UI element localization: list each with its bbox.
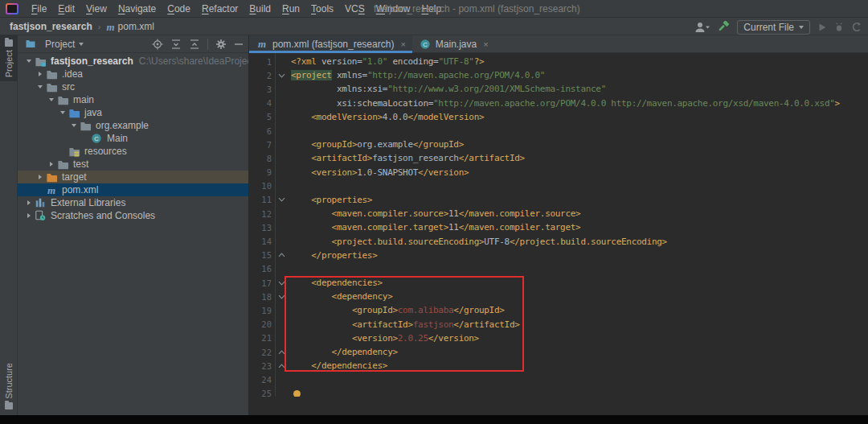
line-number: 18: [249, 292, 272, 302]
coverage-button[interactable]: [851, 22, 862, 32]
menu-edit[interactable]: Edit: [52, 0, 80, 18]
code-line-5[interactable]: 5 <modelVersion>4.0.0</modelVersion>: [249, 110, 868, 124]
menu-code[interactable]: Code: [162, 0, 196, 18]
chevron-down-icon[interactable]: [47, 98, 56, 101]
tree-item-java[interactable]: java: [18, 106, 248, 119]
line-number: 17: [249, 278, 272, 288]
editor-tab-main-java[interactable]: CMain.java×: [412, 35, 495, 52]
code-line-3[interactable]: 3 xmlns:xsi="http://www.w3.org/2001/XMLS…: [249, 82, 868, 96]
tree-item-idea[interactable]: .idea: [18, 68, 248, 80]
tree-item-resources[interactable]: resources: [18, 145, 248, 158]
tree-item-pom-xml[interactable]: mpom.xml: [18, 183, 248, 196]
project-panel-title[interactable]: Project: [45, 39, 75, 50]
tree-item-label: resources: [84, 146, 127, 157]
chevron-down-icon[interactable]: [58, 111, 68, 114]
chevron-right-icon[interactable]: [24, 213, 34, 218]
chevron-right-icon[interactable]: [47, 162, 56, 167]
tree-item-src[interactable]: src: [18, 80, 248, 93]
tree-item-org-example[interactable]: org.example: [18, 119, 248, 132]
tree-item-label: main: [73, 94, 94, 105]
menu-run[interactable]: Run: [276, 0, 305, 18]
toolbar-right: Current File: [694, 19, 862, 35]
hide-panel-button[interactable]: [234, 39, 244, 49]
menu-navigate[interactable]: Navigate: [113, 0, 162, 18]
code-line-18[interactable]: 18 <dependency>: [249, 290, 868, 303]
code-line-8[interactable]: 8 <artifactId>fastjson_research</artifac…: [249, 151, 868, 165]
code-line-19[interactable]: 19 <groupId>com.alibaba</groupId>: [249, 303, 868, 317]
breadcrumb-project[interactable]: fastjson_research: [10, 21, 92, 32]
menu-refactor[interactable]: Refactor: [196, 0, 244, 18]
run-button[interactable]: [817, 23, 827, 32]
breadcrumb-file[interactable]: pom.xml: [118, 21, 154, 32]
code-line-11[interactable]: 11 <properties>: [249, 193, 868, 207]
debug-button[interactable]: [834, 23, 844, 32]
tree-item-fastjson-research[interactable]: fastjson_researchC:\Users\share\IdeaProj…: [18, 55, 248, 68]
tree-item-label: Scratches and Consoles: [51, 210, 155, 221]
run-configuration-select[interactable]: Current File: [737, 20, 810, 35]
menu-build[interactable]: Build: [244, 0, 276, 18]
line-number: 19: [249, 306, 272, 315]
chevron-down-icon[interactable]: [24, 60, 34, 63]
menu-vcs[interactable]: VCS: [339, 0, 371, 18]
code-line-4[interactable]: 4 xsi:schemaLocation="http://maven.apach…: [249, 97, 868, 110]
code-line-1[interactable]: 1<?xml version="1.0" encoding="UTF-8"?>: [249, 55, 868, 68]
intention-lightbulb-icon[interactable]: [293, 390, 301, 397]
tree-item-main[interactable]: CMain: [18, 132, 248, 145]
code-line-10[interactable]: 10: [249, 179, 868, 193]
settings-gear-icon[interactable]: [215, 39, 227, 50]
folder-target-icon: [45, 171, 58, 183]
code-line-23[interactable]: 23 </dependencies>: [249, 359, 868, 373]
project-panel-header: Project: [18, 35, 248, 53]
line-number: 15: [249, 250, 272, 260]
chevron-down-icon[interactable]: [35, 85, 45, 89]
code-text: <version>1.0-SNAPSHOT</version>: [291, 167, 469, 178]
code-line-15[interactable]: 15 </properties>: [249, 249, 868, 262]
chevron-down-icon[interactable]: [79, 43, 84, 46]
code-line-6[interactable]: 6: [249, 124, 868, 138]
code-line-16[interactable]: 16: [249, 262, 868, 276]
editor-tab-pom-xml-fastjson-research[interactable]: mpom.xml (fastjson_research)×: [249, 35, 412, 52]
chevron-right-icon[interactable]: [35, 175, 45, 179]
code-line-17[interactable]: 17 <dependencies>: [249, 276, 868, 290]
code-line-25[interactable]: 25: [249, 387, 868, 397]
menu-tools[interactable]: Tools: [305, 0, 339, 18]
tree-item-external-libraries[interactable]: External Libraries: [18, 196, 248, 209]
code-line-12[interactable]: 12 <maven.compiler.source>11</maven.comp…: [249, 207, 868, 220]
close-tab-icon[interactable]: ×: [400, 39, 405, 49]
tree-item-main[interactable]: main: [18, 93, 248, 106]
structure-tool-label: Structure: [4, 363, 14, 399]
close-tab-icon[interactable]: ×: [483, 39, 488, 49]
tree-item-scratches-and-consoles[interactable]: Scratches and Consoles: [18, 209, 248, 222]
user-account-icon[interactable]: [694, 22, 710, 33]
chevron-down-icon: [799, 26, 804, 29]
collapse-all-button[interactable]: [189, 39, 200, 50]
editor-tab-bar: mpom.xml (fastjson_research)×CMain.java×: [249, 35, 868, 53]
code-line-21[interactable]: 21 <version>2.0.25</version>: [249, 331, 868, 345]
chevron-down-icon[interactable]: [69, 124, 79, 127]
menu-file[interactable]: File: [26, 0, 52, 18]
menu-view[interactable]: View: [80, 0, 113, 18]
locate-file-button[interactable]: [152, 39, 163, 50]
code-line-2[interactable]: 2<project xmlns="http://maven.apache.org…: [249, 68, 868, 82]
maven-icon: m: [106, 22, 114, 32]
code-line-24[interactable]: 24: [249, 373, 868, 386]
tree-item-label: Main: [107, 133, 128, 144]
tree-item-target[interactable]: target: [18, 171, 248, 183]
code-line-9[interactable]: 9 <version>1.0-SNAPSHOT</version>: [249, 166, 868, 179]
code-editor[interactable]: 1<?xml version="1.0" encoding="UTF-8"?>2…: [249, 53, 868, 397]
code-line-7[interactable]: 7 <groupId>org.example</groupId>: [249, 138, 868, 151]
line-number: 14: [249, 237, 272, 246]
code-line-22[interactable]: 22 </dependency>: [249, 345, 868, 359]
chevron-right-icon[interactable]: [35, 72, 45, 76]
build-hammer-icon[interactable]: [718, 21, 730, 33]
chevron-right-icon[interactable]: [24, 200, 34, 205]
code-line-13[interactable]: 13 <maven.compiler.target>11</maven.comp…: [249, 220, 868, 234]
code-line-20[interactable]: 20 <artifactId>fastjson</artifactId>: [249, 318, 868, 331]
expand-all-button[interactable]: [170, 39, 182, 50]
tool-window-structure-tab[interactable]: Structure: [0, 359, 18, 414]
project-tool-icon: [5, 39, 13, 47]
code-line-14[interactable]: 14 <project.build.sourceEncoding>UTF-8</…: [249, 234, 868, 248]
tool-window-project-tab[interactable]: Project: [0, 35, 18, 81]
tool-window-bar: Project Structure: [0, 35, 18, 415]
tree-item-test[interactable]: test: [18, 158, 248, 171]
